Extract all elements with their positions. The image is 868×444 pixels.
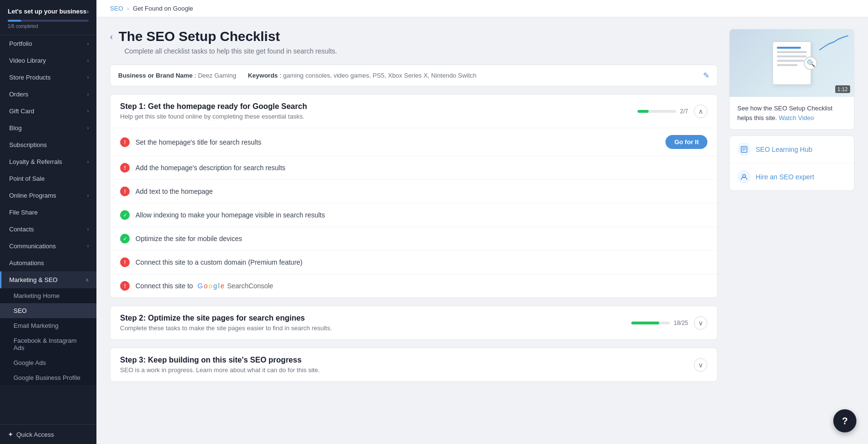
sidebar-sub-item-email-marketing[interactable]: Email Marketing (0, 318, 96, 333)
task6-label: Connect this site to a custom domain (Pr… (136, 258, 302, 266)
chevron-right-icon: › (87, 125, 89, 131)
success-icon: ✓ (120, 210, 130, 220)
doc-line-gray (777, 64, 798, 66)
chevron-right-icon: › (87, 75, 89, 80)
sidebar-sub-item-seo[interactable]: SEO (0, 303, 96, 318)
step3-toggle-button[interactable]: ∨ (694, 358, 707, 372)
video-timestamp: 1:12 (835, 85, 850, 93)
info-bar-keywords: Keywords : gaming consoles, video games,… (248, 72, 476, 79)
step1-progress: 2/7 (637, 108, 688, 115)
step2-header-left: Step 2: Optimize the site pages for sear… (120, 314, 332, 332)
step1-header[interactable]: Step 1: Get the homepage ready for Googl… (110, 94, 717, 128)
step2-header[interactable]: Step 2: Optimize the site pages for sear… (110, 306, 717, 339)
info-bar-brand: Business or Brand Name : Deez Gaming (118, 72, 236, 79)
step2-toggle-button[interactable]: ∨ (694, 316, 707, 330)
sidebar-sub-item-facebook-instagram-ads[interactable]: Facebook & Instagram Ads (0, 333, 96, 355)
sidebar-nav-item-subscriptions[interactable]: Subscriptions (0, 136, 96, 153)
step1-title: Step 1: Get the homepage ready for Googl… (120, 102, 307, 111)
task-row: ! Set the homepage's title for search re… (110, 128, 717, 156)
sidebar-nav-item-store-products[interactable]: Store Products › (0, 69, 96, 86)
task3-left: ! Add text to the homepage (120, 187, 213, 196)
star-icon: ✦ (8, 431, 14, 438)
breadcrumb-separator: › (127, 5, 129, 12)
hire-seo-expert-link[interactable]: Hire an SEO expert (730, 163, 854, 190)
page-title-row: ‹ The SEO Setup Checklist (110, 29, 718, 44)
hire-expert-icon (737, 170, 751, 184)
step3-desc: SEO is a work in progress. Learn more ab… (120, 366, 320, 374)
doc-line-gray (777, 60, 804, 62)
breadcrumb-parent[interactable]: SEO (110, 5, 123, 12)
step1-card: Step 1: Get the homepage ready for Googl… (110, 94, 718, 298)
task5-label: Optimize the site for mobile devices (136, 235, 242, 242)
chevron-right-icon: › (87, 41, 89, 46)
sidebar-nav-item-marketing-seo[interactable]: Marketing & SEO ∧ (0, 271, 96, 288)
doc-line-gray (777, 55, 807, 57)
sidebar-nav-item-blog[interactable]: Blog › (0, 120, 96, 136)
right-column: 🔍 1:12 See how the SEO Setup Checklist h… (729, 29, 854, 191)
task-row: ! Connect this site to a custom domain (… (110, 250, 717, 274)
step1-progress-bar-fill (637, 110, 649, 113)
seo-learning-hub-label: SEO Learning Hub (756, 146, 813, 153)
watch-video-link[interactable]: Watch Video (779, 114, 814, 121)
sidebar-nav-item-file-share[interactable]: File Share (0, 204, 96, 221)
task4-left: ✓ Allow indexing to make your homepage v… (120, 210, 325, 220)
page-subtitle: Complete all checklist tasks to help thi… (124, 47, 718, 55)
sidebar-nav-item-loyalty-referrals[interactable]: Loyalty & Referrals › (0, 153, 96, 170)
mini-graph-icon (819, 33, 848, 53)
sidebar: Let's set up your business › 1/6 complet… (0, 0, 96, 444)
step1-desc: Help get this site found online by compl… (120, 113, 307, 120)
sidebar-progress-bar-wrap (8, 20, 89, 22)
task-row: ! Connect this site to Google SearchCons… (110, 274, 717, 297)
task7-label: Connect this site to Google SearchConsol… (136, 282, 273, 290)
task-row: ! Add the homepage's description for sea… (110, 156, 717, 179)
sidebar-nav-item-online-programs[interactable]: Online Programs › (0, 187, 96, 204)
links-card: SEO Learning Hub Hire an SEO expert (729, 135, 854, 191)
marketing-seo-submenu: Marketing Home SEO Email Marketing Faceb… (0, 288, 96, 385)
error-icon: ! (120, 281, 130, 291)
hire-seo-expert-label: Hire an SEO expert (756, 173, 814, 181)
main-content: SEO › Get Found on Google ‹ The SEO Setu… (96, 0, 868, 444)
success-icon: ✓ (120, 234, 130, 243)
sidebar-sub-item-marketing-home[interactable]: Marketing Home (0, 288, 96, 303)
content-area: ‹ The SEO Setup Checklist Complete all c… (96, 17, 868, 444)
chevron-right-icon: › (87, 227, 89, 232)
task7-left: ! Connect this site to Google SearchCons… (120, 281, 273, 291)
step1-progress-bar-bg (637, 110, 676, 113)
quick-access-button[interactable]: ✦ Quick Access (0, 424, 96, 444)
step2-header-right: 18/25 ∨ (631, 316, 707, 330)
sidebar-sub-item-google-ads[interactable]: Google Ads (0, 355, 96, 370)
sidebar-header-arrow: › (87, 8, 89, 15)
sidebar-nav-item-orders[interactable]: Orders › (0, 86, 96, 103)
sidebar-nav-item-gift-card[interactable]: Gift Card › (0, 103, 96, 120)
sidebar-sub-item-google-business-profile[interactable]: Google Business Profile (0, 370, 96, 385)
step3-header[interactable]: Step 3: Keep building on this site's SEO… (110, 348, 717, 381)
step2-progress-bar-fill (631, 322, 659, 324)
sidebar-nav-item-video-library[interactable]: Video Library › (0, 52, 96, 69)
sidebar-nav-item-portfolio[interactable]: Portfolio › (0, 35, 96, 52)
sidebar-header-title: Let's set up your business (8, 8, 86, 16)
seo-learning-hub-link[interactable]: SEO Learning Hub (730, 136, 854, 163)
video-thumbnail[interactable]: 🔍 1:12 (730, 29, 854, 97)
error-icon: ! (120, 187, 130, 196)
sidebar-nav-item-communications[interactable]: Communications › (0, 238, 96, 255)
sidebar-nav-item-contacts[interactable]: Contacts › (0, 221, 96, 238)
step2-progress-text: 18/25 (674, 320, 688, 326)
sidebar-nav-item-point-of-sale[interactable]: Point of Sale (0, 170, 96, 187)
sidebar-header: Let's set up your business › 1/6 complet… (0, 0, 96, 35)
chevron-right-icon: › (87, 108, 89, 114)
go-for-it-button[interactable]: Go for It (665, 135, 707, 149)
help-button[interactable]: ? (833, 409, 856, 432)
task2-label: Add the homepage's description for searc… (136, 164, 285, 172)
chevron-down-icon: ∧ (85, 277, 89, 283)
step3-header-right: ∨ (694, 358, 707, 372)
task3-label: Add text to the homepage (136, 188, 213, 195)
video-card-body: See how the SEO Setup Checklist helps th… (730, 97, 854, 129)
sidebar-nav-item-automations[interactable]: Automations (0, 255, 96, 271)
back-button[interactable]: ‹ (110, 32, 113, 42)
step3-title: Step 3: Keep building on this site's SEO… (120, 356, 320, 364)
task6-left: ! Connect this site to a custom domain (… (120, 257, 302, 267)
step1-toggle-button[interactable]: ∧ (694, 105, 707, 118)
edit-info-button[interactable]: ✎ (703, 71, 709, 80)
error-icon: ! (120, 257, 130, 267)
step3-header-left: Step 3: Keep building on this site's SEO… (120, 356, 320, 374)
